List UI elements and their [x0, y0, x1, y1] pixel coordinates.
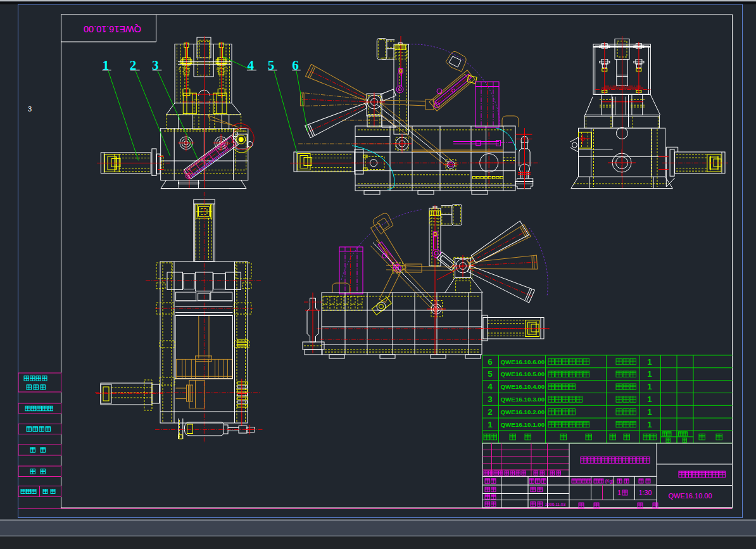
svg-text:2006.11.03: 2006.11.03	[545, 502, 565, 507]
svg-text:QWE16.10.2.00: QWE16.10.2.00	[501, 408, 545, 415]
svg-text:QWE16.10.00: QWE16.10.00	[84, 24, 141, 34]
svg-text:1: 1	[647, 407, 652, 417]
svg-text:5: 5	[488, 369, 493, 379]
svg-text:1: 1	[647, 382, 652, 391]
svg-text:1: 1	[488, 420, 493, 429]
svg-text:1: 1	[647, 420, 652, 429]
svg-text:2: 2	[488, 407, 493, 417]
svg-text:QWE16.10.5.00: QWE16.10.5.00	[501, 370, 545, 377]
svg-text:QWE16.10.4.00: QWE16.10.4.00	[501, 383, 545, 390]
svg-text:3: 3	[28, 105, 32, 113]
svg-text:3: 3	[488, 394, 493, 404]
svg-text:QWE16.10.00: QWE16.10.00	[668, 492, 712, 500]
svg-text:QWE16.10.6.00: QWE16.10.6.00	[501, 358, 545, 365]
svg-text:1: 1	[647, 394, 652, 404]
svg-text:QWE16.10.1.00: QWE16.10.1.00	[501, 421, 545, 428]
svg-text:6: 6	[488, 357, 493, 367]
svg-text:1: 1	[617, 489, 621, 496]
svg-text:4: 4	[488, 382, 493, 391]
svg-text:1:30: 1:30	[639, 489, 652, 496]
svg-text:1: 1	[647, 369, 652, 379]
svg-text:1: 1	[647, 357, 652, 367]
svg-text:(Kg): (Kg)	[605, 479, 613, 484]
svg-text:QWE16.10.3.00: QWE16.10.3.00	[501, 396, 545, 403]
